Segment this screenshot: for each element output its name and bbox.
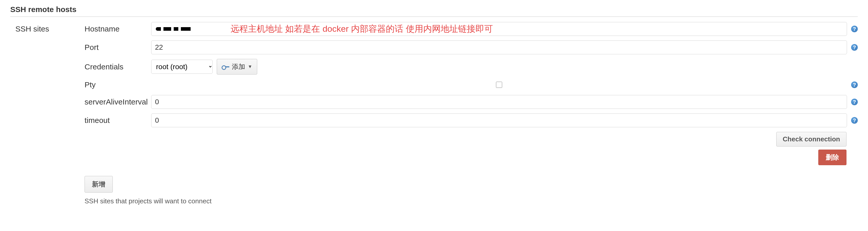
chevron-down-icon: ▼ bbox=[248, 64, 252, 69]
help-icon[interactable]: ? bbox=[851, 99, 858, 105]
timeout-input[interactable] bbox=[151, 113, 847, 127]
port-label: Port bbox=[85, 42, 151, 53]
delete-button[interactable]: 删除 bbox=[818, 150, 846, 165]
check-connection-row: Check connection bbox=[85, 132, 858, 146]
help-icon[interactable]: ? bbox=[851, 26, 858, 32]
serveraliveinterval-label: serverAliveInterval bbox=[85, 96, 151, 107]
timeout-row: timeout ? bbox=[85, 113, 858, 127]
check-connection-button[interactable]: Check connection bbox=[776, 132, 846, 146]
description-text: SSH sites that projects will want to con… bbox=[85, 197, 858, 205]
pty-field-wrapper bbox=[151, 82, 847, 88]
form-container: Hostname 远程主机地址 如若是在 docker 内部容器的话 使用内网地… bbox=[85, 22, 858, 168]
bottom-section: 新增 SSH sites that projects will want to … bbox=[85, 176, 858, 205]
delete-row: 删除 bbox=[85, 150, 858, 165]
pty-row: Pty ? bbox=[85, 79, 858, 90]
hostname-row: Hostname 远程主机地址 如若是在 docker 内部容器的话 使用内网地… bbox=[85, 22, 858, 36]
port-row: Port ? bbox=[85, 40, 858, 54]
add-credentials-label: 添加 bbox=[232, 62, 245, 71]
port-field-wrapper bbox=[151, 40, 847, 54]
help-icon[interactable]: ? bbox=[851, 81, 858, 88]
serveraliveinterval-field-wrapper bbox=[151, 95, 847, 109]
serveraliveinterval-row: serverAliveInterval ? bbox=[85, 95, 858, 109]
pty-label: Pty bbox=[85, 79, 151, 90]
port-input[interactable] bbox=[151, 40, 847, 54]
content-wrapper: SSH sites Hostname 远程主机地址 如若是在 docker 内部… bbox=[10, 22, 858, 168]
credentials-select[interactable]: root (root) bbox=[151, 60, 213, 74]
hostname-input[interactable] bbox=[151, 22, 847, 36]
hostname-label: Hostname bbox=[85, 23, 151, 35]
add-credentials-button[interactable]: 添加 ▼ bbox=[217, 59, 257, 74]
section-title: SSH remote hosts bbox=[10, 3, 858, 17]
hostname-field-wrapper: 远程主机地址 如若是在 docker 内部容器的话 使用内网地址链接即可 bbox=[151, 22, 847, 36]
key-icon bbox=[222, 65, 229, 69]
timeout-label: timeout bbox=[85, 115, 151, 126]
ssh-sites-label: SSH sites bbox=[10, 22, 85, 168]
credentials-row: Credentials root (root) 添加 ▼ bbox=[85, 59, 858, 74]
timeout-field-wrapper bbox=[151, 113, 847, 127]
credentials-label: Credentials bbox=[85, 61, 151, 72]
serveraliveinterval-input[interactable] bbox=[151, 95, 847, 109]
help-icon[interactable]: ? bbox=[851, 44, 858, 51]
credentials-field-wrapper: root (root) 添加 ▼ bbox=[151, 59, 257, 74]
pty-checkbox[interactable] bbox=[496, 82, 502, 88]
help-icon[interactable]: ? bbox=[851, 117, 858, 124]
add-new-button[interactable]: 新增 bbox=[85, 176, 113, 193]
